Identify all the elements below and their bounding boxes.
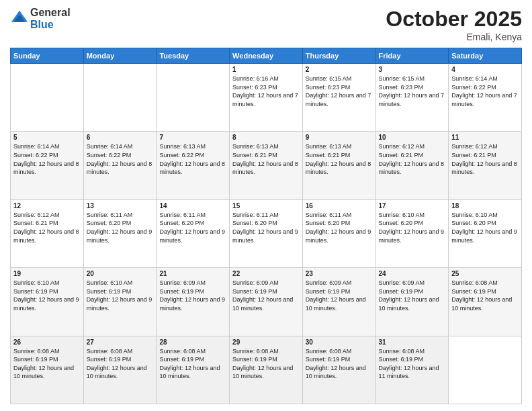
weekday-header: Saturday [449, 48, 522, 64]
calendar-cell: 30Sunrise: 6:08 AM Sunset: 6:19 PM Dayli… [302, 336, 375, 404]
day-info: Sunrise: 6:10 AM Sunset: 6:20 PM Dayligh… [451, 211, 519, 244]
calendar-cell: 18Sunrise: 6:10 AM Sunset: 6:20 PM Dayli… [449, 199, 522, 267]
calendar-week: 19Sunrise: 6:10 AM Sunset: 6:19 PM Dayli… [11, 268, 522, 336]
day-number: 7 [159, 134, 226, 141]
day-info: Sunrise: 6:11 AM Sunset: 6:20 PM Dayligh… [232, 211, 300, 244]
day-info: Sunrise: 6:09 AM Sunset: 6:19 PM Dayligh… [232, 279, 300, 312]
weekday-header: Wednesday [230, 48, 303, 64]
calendar-cell: 17Sunrise: 6:10 AM Sunset: 6:20 PM Dayli… [375, 199, 449, 267]
day-number: 27 [87, 338, 154, 346]
day-number: 4 [451, 66, 519, 73]
calendar-cell: 23Sunrise: 6:09 AM Sunset: 6:19 PM Dayli… [302, 268, 375, 336]
header-row: SundayMondayTuesdayWednesdayThursdayFrid… [11, 48, 522, 64]
day-number: 21 [159, 270, 226, 277]
day-info: Sunrise: 6:12 AM Sunset: 6:21 PM Dayligh… [13, 211, 81, 244]
month-title: October 2025 [386, 7, 522, 32]
calendar-cell: 29Sunrise: 6:08 AM Sunset: 6:19 PM Dayli… [230, 336, 303, 404]
day-info: Sunrise: 6:08 AM Sunset: 6:19 PM Dayligh… [306, 347, 373, 381]
calendar-cell: 15Sunrise: 6:11 AM Sunset: 6:20 PM Dayli… [230, 199, 303, 267]
day-info: Sunrise: 6:09 AM Sunset: 6:19 PM Dayligh… [379, 279, 446, 312]
logo-text: General Blue [30, 7, 71, 30]
calendar-week: 26Sunrise: 6:08 AM Sunset: 6:19 PM Dayli… [11, 336, 522, 404]
day-info: Sunrise: 6:15 AM Sunset: 6:23 PM Dayligh… [306, 75, 373, 108]
day-number: 2 [306, 66, 373, 73]
day-info: Sunrise: 6:14 AM Sunset: 6:22 PM Dayligh… [13, 142, 81, 176]
calendar-cell: 9Sunrise: 6:13 AM Sunset: 6:21 PM Daylig… [302, 132, 375, 199]
day-info: Sunrise: 6:12 AM Sunset: 6:21 PM Dayligh… [451, 142, 519, 176]
calendar-cell: 12Sunrise: 6:12 AM Sunset: 6:21 PM Dayli… [11, 199, 84, 267]
weekday-header: Monday [83, 48, 157, 64]
weekday-header: Friday [375, 48, 449, 64]
logo-general: General [30, 7, 71, 19]
day-number: 17 [379, 202, 446, 210]
calendar-cell: 31Sunrise: 6:08 AM Sunset: 6:19 PM Dayli… [375, 336, 449, 404]
day-info: Sunrise: 6:10 AM Sunset: 6:19 PM Dayligh… [13, 279, 81, 312]
calendar-cell [11, 64, 84, 132]
header: General Blue October 2025 Emali, Kenya [10, 7, 522, 42]
day-info: Sunrise: 6:13 AM Sunset: 6:21 PM Dayligh… [306, 142, 373, 176]
page: General Blue October 2025 Emali, Kenya S… [0, 0, 532, 411]
calendar-week: 1Sunrise: 6:16 AM Sunset: 6:23 PM Daylig… [11, 64, 522, 132]
day-number: 28 [159, 338, 226, 346]
calendar-cell: 20Sunrise: 6:10 AM Sunset: 6:19 PM Dayli… [83, 268, 157, 336]
logo-blue: Blue [30, 19, 71, 31]
day-number: 10 [379, 134, 446, 141]
logo-icon [10, 9, 29, 28]
calendar-cell: 1Sunrise: 6:16 AM Sunset: 6:23 PM Daylig… [230, 64, 303, 132]
day-number: 15 [232, 202, 300, 210]
day-number: 11 [451, 134, 519, 141]
day-number: 5 [13, 134, 81, 141]
day-info: Sunrise: 6:16 AM Sunset: 6:23 PM Dayligh… [232, 75, 300, 108]
day-number: 19 [13, 270, 81, 277]
day-number: 25 [451, 270, 519, 277]
day-number: 24 [379, 270, 446, 277]
weekday-header: Sunday [11, 48, 84, 64]
day-number: 13 [87, 202, 154, 210]
calendar-cell: 25Sunrise: 6:08 AM Sunset: 6:19 PM Dayli… [449, 268, 522, 336]
calendar-cell: 8Sunrise: 6:13 AM Sunset: 6:21 PM Daylig… [230, 132, 303, 199]
day-info: Sunrise: 6:08 AM Sunset: 6:19 PM Dayligh… [13, 347, 81, 381]
calendar-cell: 24Sunrise: 6:09 AM Sunset: 6:19 PM Dayli… [375, 268, 449, 336]
day-info: Sunrise: 6:08 AM Sunset: 6:19 PM Dayligh… [159, 347, 226, 381]
calendar-cell: 7Sunrise: 6:13 AM Sunset: 6:22 PM Daylig… [157, 132, 230, 199]
day-number: 31 [379, 338, 446, 346]
day-number: 3 [379, 66, 446, 73]
day-info: Sunrise: 6:13 AM Sunset: 6:22 PM Dayligh… [159, 142, 226, 176]
calendar-cell: 4Sunrise: 6:14 AM Sunset: 6:22 PM Daylig… [449, 64, 522, 132]
day-info: Sunrise: 6:08 AM Sunset: 6:19 PM Dayligh… [232, 347, 300, 381]
calendar-cell: 26Sunrise: 6:08 AM Sunset: 6:19 PM Dayli… [11, 336, 84, 404]
day-number: 18 [451, 202, 519, 210]
weekday-header: Thursday [302, 48, 375, 64]
day-number: 23 [306, 270, 373, 277]
location: Emali, Kenya [386, 32, 522, 42]
calendar-table: SundayMondayTuesdayWednesdayThursdayFrid… [10, 48, 522, 404]
day-info: Sunrise: 6:12 AM Sunset: 6:21 PM Dayligh… [379, 142, 446, 176]
day-info: Sunrise: 6:11 AM Sunset: 6:20 PM Dayligh… [306, 211, 373, 244]
calendar-cell: 6Sunrise: 6:14 AM Sunset: 6:22 PM Daylig… [83, 132, 157, 199]
day-number: 9 [306, 134, 373, 141]
day-number: 30 [306, 338, 373, 346]
day-number: 20 [87, 270, 154, 277]
day-number: 12 [13, 202, 81, 210]
day-info: Sunrise: 6:08 AM Sunset: 6:19 PM Dayligh… [451, 279, 519, 312]
calendar-week: 5Sunrise: 6:14 AM Sunset: 6:22 PM Daylig… [11, 132, 522, 199]
calendar-cell: 13Sunrise: 6:11 AM Sunset: 6:20 PM Dayli… [83, 199, 157, 267]
calendar-cell: 10Sunrise: 6:12 AM Sunset: 6:21 PM Dayli… [375, 132, 449, 199]
day-number: 1 [232, 66, 300, 73]
calendar-cell: 16Sunrise: 6:11 AM Sunset: 6:20 PM Dayli… [302, 199, 375, 267]
calendar-week: 12Sunrise: 6:12 AM Sunset: 6:21 PM Dayli… [11, 199, 522, 267]
title-block: October 2025 Emali, Kenya [386, 7, 522, 42]
calendar-cell [157, 64, 230, 132]
calendar-cell [449, 336, 522, 404]
day-number: 26 [13, 338, 81, 346]
day-number: 14 [159, 202, 226, 210]
calendar-cell: 19Sunrise: 6:10 AM Sunset: 6:19 PM Dayli… [11, 268, 84, 336]
day-number: 22 [232, 270, 300, 277]
day-number: 8 [232, 134, 300, 141]
day-info: Sunrise: 6:11 AM Sunset: 6:20 PM Dayligh… [159, 211, 226, 244]
day-info: Sunrise: 6:14 AM Sunset: 6:22 PM Dayligh… [451, 75, 519, 108]
calendar-cell: 14Sunrise: 6:11 AM Sunset: 6:20 PM Dayli… [157, 199, 230, 267]
day-info: Sunrise: 6:08 AM Sunset: 6:19 PM Dayligh… [379, 347, 446, 381]
logo: General Blue [10, 7, 71, 30]
day-info: Sunrise: 6:09 AM Sunset: 6:19 PM Dayligh… [306, 279, 373, 312]
